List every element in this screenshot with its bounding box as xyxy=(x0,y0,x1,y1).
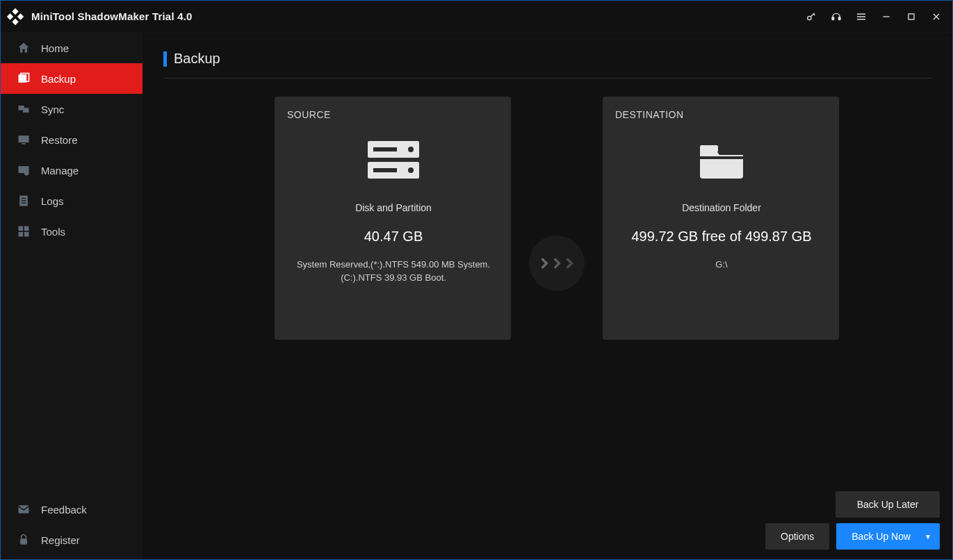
source-size: 40.47 GB xyxy=(364,229,423,245)
svg-rect-22 xyxy=(19,232,24,237)
sidebar-item-label: Tools xyxy=(41,226,65,238)
sidebar-item-sync[interactable]: Sync xyxy=(1,94,142,124)
svg-rect-32 xyxy=(700,145,718,152)
svg-rect-18 xyxy=(22,200,26,201)
svg-rect-23 xyxy=(24,232,29,237)
svg-rect-33 xyxy=(700,156,743,159)
sidebar-item-label: Restore xyxy=(41,134,78,146)
destination-path: G:\ xyxy=(711,258,731,272)
home-icon xyxy=(16,40,31,56)
sidebar-item-label: Home xyxy=(41,42,69,54)
app-logo-icon xyxy=(5,6,26,27)
app-title: MiniTool ShadowMaker Trial 4.0 xyxy=(31,10,193,22)
transfer-arrow xyxy=(529,236,585,291)
button-label: Back Up Later xyxy=(857,499,919,510)
headset-icon[interactable] xyxy=(826,6,847,27)
source-card[interactable]: SOURCE Disk and Partition xyxy=(275,97,511,340)
page-header: Backup xyxy=(163,51,931,79)
back-up-now-button[interactable]: Back Up Now ▼ xyxy=(836,523,940,550)
svg-rect-30 xyxy=(373,168,397,172)
svg-rect-1 xyxy=(832,17,834,19)
sidebar-item-label: Backup xyxy=(41,73,76,85)
accent-bar xyxy=(163,51,167,67)
source-heading: SOURCE xyxy=(287,109,331,120)
maximize-button[interactable] xyxy=(901,6,922,27)
sidebar-item-register[interactable]: Register xyxy=(1,525,142,555)
svg-rect-13 xyxy=(22,143,26,145)
chevron-right-icon xyxy=(539,257,574,270)
button-label: Options xyxy=(781,531,814,542)
button-label: Back Up Now xyxy=(852,531,911,542)
svg-rect-4 xyxy=(857,16,865,17)
sidebar-item-backup[interactable]: Backup xyxy=(1,63,142,94)
register-icon xyxy=(16,532,31,547)
footer-actions: Back Up Later Options Back Up Now ▼ xyxy=(765,491,940,550)
svg-point-0 xyxy=(808,16,811,19)
svg-rect-12 xyxy=(19,135,29,142)
source-details: System Reserved,(*:).NTFS 549.00 MB Syst… xyxy=(287,258,500,285)
destination-card[interactable]: DESTINATION Destination Folder 499.72 GB… xyxy=(603,97,839,340)
tools-icon xyxy=(16,224,31,239)
logs-icon xyxy=(16,193,31,208)
page-title: Backup xyxy=(174,51,220,67)
svg-rect-19 xyxy=(22,203,26,204)
svg-rect-27 xyxy=(373,147,397,151)
sidebar: Home Backup Sync Restore Manage Logs xyxy=(1,33,142,559)
backup-icon xyxy=(16,71,31,86)
sidebar-item-logs[interactable]: Logs xyxy=(1,186,142,216)
sidebar-item-label: Feedback xyxy=(41,504,87,516)
sidebar-item-home[interactable]: Home xyxy=(1,33,142,63)
feedback-icon xyxy=(16,502,31,517)
destination-heading: DESTINATION xyxy=(615,109,684,120)
source-type: Disk and Partition xyxy=(355,202,432,213)
destination-free: 499.72 GB free of 499.87 GB xyxy=(631,229,811,245)
sidebar-item-label: Sync xyxy=(41,104,64,115)
svg-rect-2 xyxy=(838,17,840,19)
menu-icon[interactable] xyxy=(851,6,872,27)
svg-rect-3 xyxy=(857,13,865,15)
svg-rect-17 xyxy=(22,198,26,199)
caret-down-icon: ▼ xyxy=(925,533,931,541)
svg-rect-25 xyxy=(20,538,27,544)
app-window: MiniTool ShadowMaker Trial 4.0 Home xyxy=(0,0,953,560)
destination-type: Destination Folder xyxy=(682,202,761,213)
svg-rect-6 xyxy=(883,16,889,17)
svg-rect-11 xyxy=(23,108,28,113)
svg-rect-7 xyxy=(909,14,914,19)
sidebar-item-label: Logs xyxy=(41,195,64,207)
svg-point-31 xyxy=(408,167,414,173)
restore-icon xyxy=(16,132,31,147)
sidebar-item-manage[interactable]: Manage xyxy=(1,155,142,186)
svg-rect-5 xyxy=(857,19,865,20)
content-area: Backup SOURCE xyxy=(142,33,952,559)
title-bar: MiniTool ShadowMaker Trial 4.0 xyxy=(1,1,952,33)
options-button[interactable]: Options xyxy=(765,523,829,550)
sync-icon xyxy=(16,101,31,117)
sidebar-item-tools[interactable]: Tools xyxy=(1,216,142,247)
disk-icon xyxy=(365,138,422,183)
back-up-later-button[interactable]: Back Up Later xyxy=(836,491,940,518)
sidebar-item-label: Register xyxy=(41,534,80,546)
folder-icon xyxy=(693,138,750,183)
close-button[interactable] xyxy=(926,6,947,27)
minimize-button[interactable] xyxy=(876,6,897,27)
key-icon[interactable] xyxy=(801,6,822,27)
sidebar-item-feedback[interactable]: Feedback xyxy=(1,494,142,525)
sidebar-item-label: Manage xyxy=(41,165,79,176)
sidebar-item-restore[interactable]: Restore xyxy=(1,124,142,155)
svg-point-15 xyxy=(24,171,29,176)
svg-rect-20 xyxy=(19,227,24,231)
manage-icon xyxy=(16,163,31,178)
svg-rect-21 xyxy=(24,227,29,231)
svg-point-28 xyxy=(408,147,414,152)
